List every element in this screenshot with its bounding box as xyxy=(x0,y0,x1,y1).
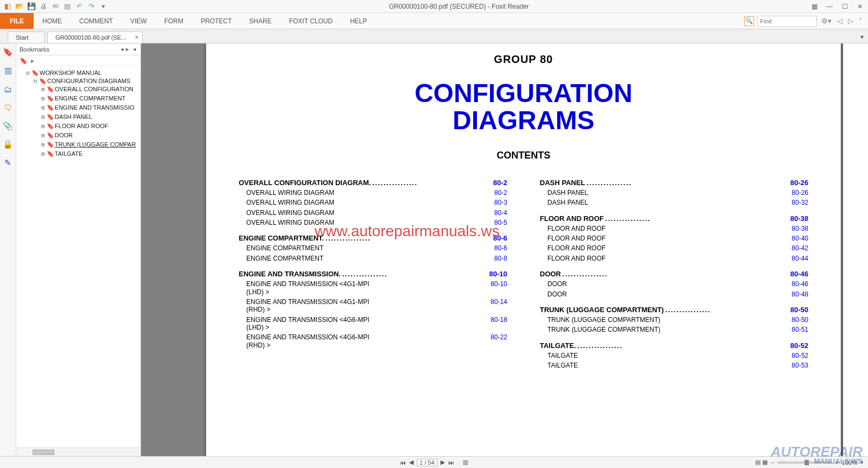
bookmark-item[interactable]: ⊞🔖 TAILGATE xyxy=(41,149,141,159)
zoom-value[interactable]: 100% xyxy=(842,459,857,466)
toc-row[interactable]: ENGINE AND TRANSMISSION <4G1-MPI (LHD) >… xyxy=(239,280,507,296)
toc-section-head[interactable]: TAILGATE.80-52 xyxy=(540,341,808,350)
bookmarks-toolbar: 🔖 ▸ xyxy=(16,55,141,66)
toc-row[interactable]: TAILGATE 80-52 xyxy=(540,352,808,359)
toc-section-head[interactable]: DASH PANEL80-26 xyxy=(540,179,808,187)
toc-row[interactable]: ENGINE COMPARTMENT 80-6 xyxy=(239,244,507,252)
toc-row[interactable]: ENGINE AND TRANSMISSION <4G1-MPI (RHD) >… xyxy=(239,298,507,314)
bookmark-item[interactable]: ⊞🔖 FLOOR AND ROOF xyxy=(41,122,141,131)
new-bookmark-icon[interactable]: 🔖 xyxy=(20,57,28,65)
toc-section-head[interactable]: OVERALL CONFIGURATION DIAGRAM.80-2 xyxy=(239,179,507,187)
zoom-dropdown-icon[interactable]: ▾ xyxy=(860,459,864,466)
find-next-icon[interactable]: ▷ xyxy=(847,17,854,25)
page-number-field[interactable]: 1 / 54 xyxy=(417,459,437,466)
qat-dropdown-icon[interactable]: ▾ xyxy=(98,1,108,12)
find-input[interactable] xyxy=(757,16,817,27)
next-page-icon[interactable]: ▶ xyxy=(441,459,445,466)
tabs-overflow-icon[interactable]: ▾ xyxy=(856,31,868,43)
tab-help[interactable]: HELP xyxy=(341,13,375,29)
file-tab[interactable]: FILE xyxy=(0,13,34,29)
toc-row[interactable]: OVERALL WIRING DIAGRAM 80-4 xyxy=(239,209,507,217)
tab-protect[interactable]: PROTECT xyxy=(192,13,240,29)
tab-share[interactable]: SHARE xyxy=(240,13,280,29)
open-icon[interactable]: 📂 xyxy=(14,1,25,12)
toc-row[interactable]: TRUNK (LUGGAGE COMPARTMENT) 80-50 xyxy=(540,316,808,324)
toc-section-head[interactable]: ENGINE AND TRANSMISSION.80-10 xyxy=(239,270,507,278)
side-panel: 🔖 ▥ 🗂 🗨 📎 🔒 ✎ Bookmarks ▸▸ ◂ 🔖 ▸ ⊟🔖 WORK… xyxy=(0,43,141,456)
toc-row[interactable]: FLOOR AND ROOF 80-44 xyxy=(540,255,808,262)
comments-icon[interactable]: 🗨 xyxy=(3,102,14,113)
collapse-ribbon-icon[interactable]: ˄ xyxy=(858,17,864,25)
bookmarks-icon[interactable]: 🔖 xyxy=(3,47,14,58)
ribbon-mode-icon[interactable]: ▦ xyxy=(808,2,820,11)
toc-section-head[interactable]: DOOR80-46 xyxy=(540,270,808,278)
toc-row[interactable]: DOOR 80-46 xyxy=(540,280,808,288)
zoom-in-icon[interactable]: + xyxy=(835,459,838,466)
redo-icon[interactable]: ↷ xyxy=(86,1,97,12)
tab-comment[interactable]: COMMENT xyxy=(71,13,122,29)
tab-form[interactable]: FORM xyxy=(156,13,192,29)
tab-start-label: Start xyxy=(16,34,28,41)
bookmarks-panel: Bookmarks ▸▸ ◂ 🔖 ▸ ⊟🔖 WORKSHOP MANUAL ⊟🔖… xyxy=(16,43,141,456)
toc-row[interactable]: ENGINE COMPARTMENT 80-8 xyxy=(239,255,507,262)
document-viewer[interactable]: GROUP 80 CONFIGURATIONDIAGRAMS CONTENTS … xyxy=(141,43,868,456)
toc-row[interactable]: OVERALL WIRING DIAGRAM 80-5 xyxy=(239,219,507,226)
bookmark-item[interactable]: ⊞🔖 OVERALL CONFIGURATION xyxy=(41,85,141,94)
bookmark-chapter[interactable]: ⊟🔖 CONFIGURATION DIAGRAMS ⊞🔖 OVERALL CON… xyxy=(34,77,141,160)
email-icon[interactable]: ✉ xyxy=(50,1,61,12)
bookmark-root[interactable]: ⊟🔖 WORKSHOP MANUAL ⊟🔖 CONFIGURATION DIAG… xyxy=(26,68,141,161)
bookmark-item[interactable]: ⊞🔖 DOOR xyxy=(41,131,141,140)
signatures-icon[interactable]: ✎ xyxy=(3,157,14,168)
first-page-icon[interactable]: ⏮ xyxy=(400,459,406,466)
toc-row[interactable]: TAILGATE 80-53 xyxy=(540,362,808,369)
tab-close-icon[interactable]: ✕ xyxy=(135,34,139,40)
minimize-icon[interactable]: — xyxy=(824,2,835,11)
find-options-icon[interactable]: ⚙▾ xyxy=(820,17,833,25)
pages-icon[interactable]: ▥ xyxy=(3,65,14,76)
tab-home[interactable]: HOME xyxy=(34,13,71,29)
toc-row[interactable]: ENGINE AND TRANSMISSION <4G6-MPI (LHD) >… xyxy=(239,316,507,332)
bookmark-item[interactable]: ⊞🔖 TRUNK (LUGGAGE COMPAR xyxy=(41,140,141,149)
tab-view[interactable]: VIEW xyxy=(122,13,156,29)
toc-row[interactable]: FLOOR AND ROOF 80-40 xyxy=(540,235,808,242)
toc-row[interactable]: DOOR 80-48 xyxy=(540,290,808,298)
tool1-icon[interactable]: ▤ xyxy=(62,1,73,12)
toc-row[interactable]: ENGINE AND TRANSMISSION <4G6-MPI (RHD) >… xyxy=(239,333,507,349)
toc-section-head[interactable]: TRUNK (LUGGAGE COMPARTMENT)80-50 xyxy=(540,306,808,314)
undo-icon[interactable]: ↶ xyxy=(74,1,85,12)
view-mode-icon[interactable]: ▤ ▦ xyxy=(755,459,768,466)
prev-page-icon[interactable]: ◀ xyxy=(409,459,413,466)
toc-row[interactable]: DASH PANEL 80-26 xyxy=(540,189,808,197)
layers-icon[interactable]: 🗂 xyxy=(3,84,14,94)
toc-row[interactable]: OVERALL WIRING DIAGRAM 80-2 xyxy=(239,189,507,197)
attachments-icon[interactable]: 📎 xyxy=(3,121,14,131)
expand-all-icon[interactable]: ▸ xyxy=(31,57,34,65)
print-icon[interactable]: 🖨 xyxy=(38,1,49,12)
save-icon[interactable]: 💾 xyxy=(26,1,37,12)
bookmark-item[interactable]: ⊞🔖 DASH PANEL xyxy=(41,112,141,122)
contents-heading: CONTENTS xyxy=(239,150,808,161)
close-icon[interactable]: ✕ xyxy=(854,2,866,11)
tab-foxit-cloud[interactable]: FOXIT CLOUD xyxy=(280,13,341,29)
bookmark-item[interactable]: ⊞🔖 ENGINE COMPARTMENT xyxy=(41,94,141,103)
panel-hscroll[interactable] xyxy=(16,447,141,456)
toc-row[interactable]: OVERALL WIRING DIAGRAM 80-3 xyxy=(239,199,507,206)
zoom-slider[interactable] xyxy=(777,461,832,464)
search-icon[interactable]: 🔍 xyxy=(744,16,754,26)
toc-section-head[interactable]: ENGINE COMPARTMENT.80-6 xyxy=(239,234,507,242)
panel-controls[interactable]: ▸▸ ◂ xyxy=(122,46,137,53)
toc-row[interactable]: DASH PANEL 80-32 xyxy=(540,199,808,206)
toc-row[interactable]: TRUNK (LUGGAGE COMPARTMENT) 80-51 xyxy=(540,326,808,333)
toc-section-head[interactable]: FLOOR AND ROOF80-38 xyxy=(540,214,808,223)
toc-row[interactable]: FLOOR AND ROOF 80-38 xyxy=(540,225,808,232)
tab-document[interactable]: GR00000100-80.pdf (SE... ✕ xyxy=(47,31,143,43)
bookmark-item[interactable]: ⊞🔖 ENGINE AND TRANSMISSIO xyxy=(41,103,141,112)
security-icon[interactable]: 🔒 xyxy=(3,139,14,150)
toc-row[interactable]: FLOOR AND ROOF 80-42 xyxy=(540,244,808,252)
page-layout-icon[interactable]: ▥ xyxy=(463,459,468,466)
find-prev-icon[interactable]: ◁ xyxy=(836,17,844,25)
maximize-icon[interactable]: ☐ xyxy=(839,2,851,11)
tab-start[interactable]: Start xyxy=(8,31,45,43)
zoom-out-icon[interactable]: − xyxy=(771,459,774,466)
last-page-icon[interactable]: ⏭ xyxy=(448,459,454,466)
